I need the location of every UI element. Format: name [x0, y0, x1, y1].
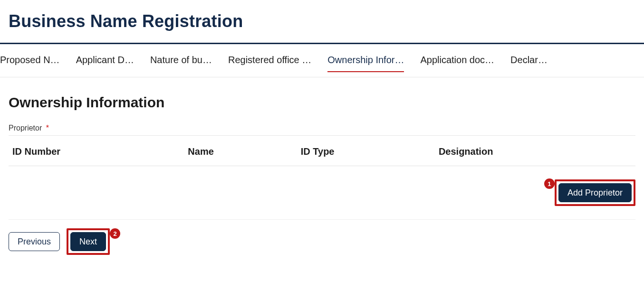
- col-name: Name: [184, 138, 297, 166]
- callout-badge-two: 2: [110, 228, 120, 239]
- tab-applicant-details[interactable]: Applicant D…: [76, 53, 134, 72]
- required-mark-icon: *: [46, 124, 49, 132]
- tab-registered-office[interactable]: Registered office …: [228, 53, 311, 72]
- previous-button[interactable]: Previous: [9, 232, 60, 251]
- table-header-row: ID Number Name ID Type Designation: [9, 138, 635, 166]
- next-button[interactable]: Next: [70, 232, 106, 251]
- section-title: Ownership Information: [9, 94, 635, 111]
- col-id-type: ID Type: [297, 138, 435, 166]
- tab-application-documents[interactable]: Application doc…: [420, 53, 494, 72]
- callout-box-add: 1 Add Proprietor: [555, 179, 635, 206]
- field-divider: [9, 135, 635, 136]
- callout-badge-one: 1: [544, 178, 555, 189]
- tab-proposed-name[interactable]: Proposed N…: [0, 53, 60, 72]
- tabs-bar: Proposed N… Applicant D… Nature of bu… R…: [0, 44, 644, 77]
- page-title: Business Name Registration: [9, 11, 635, 31]
- proprietor-label-text: Proprietor: [9, 124, 42, 132]
- proprietor-table: ID Number Name ID Type Designation: [9, 138, 635, 167]
- tab-ownership-information[interactable]: Ownership Infor…: [327, 53, 404, 72]
- add-proprietor-row: 1 Add Proprietor: [9, 167, 635, 220]
- callout-box-next: Next 2: [67, 228, 110, 255]
- col-id-number: ID Number: [9, 138, 184, 166]
- proprietor-label: Proprietor *: [9, 124, 635, 132]
- footer-nav: Previous Next 2: [9, 220, 635, 259]
- tab-nature-of-business[interactable]: Nature of bu…: [150, 53, 212, 72]
- col-designation: Designation: [435, 138, 635, 166]
- tab-declaration[interactable]: Declar…: [510, 53, 548, 72]
- add-proprietor-button[interactable]: Add Proprietor: [558, 183, 632, 202]
